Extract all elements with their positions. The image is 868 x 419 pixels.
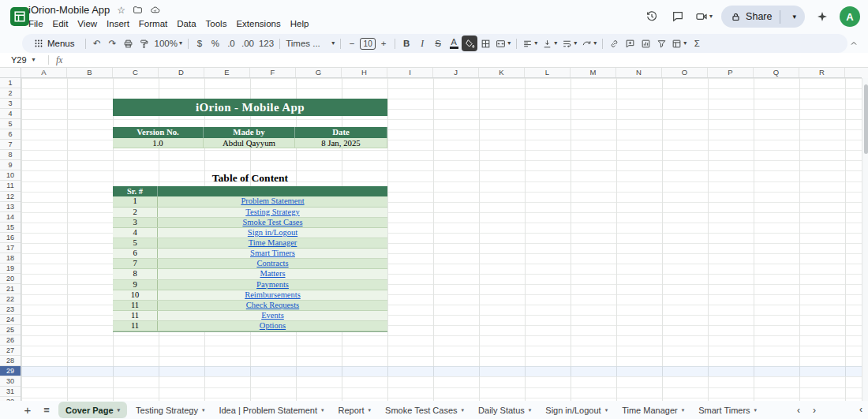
row-header-23[interactable]: 23: [0, 305, 21, 315]
row-header-7[interactable]: 7: [0, 140, 21, 150]
row-header-30[interactable]: 30: [0, 376, 21, 387]
column-header-g[interactable]: G: [296, 68, 342, 77]
add-sheet-button[interactable]: +: [19, 403, 36, 417]
sheet-cells[interactable]: iOrion - Mobile App Version No.Made byDa…: [21, 78, 862, 401]
share-button[interactable]: Share ▾: [721, 6, 805, 28]
text-rotation-button[interactable]: ▾: [579, 36, 599, 51]
sheet-tab-report[interactable]: Report▾: [331, 402, 379, 418]
row-header-27[interactable]: 27: [0, 346, 21, 356]
menu-insert[interactable]: Insert: [102, 18, 134, 29]
gemini-sparkle-icon[interactable]: [814, 8, 831, 25]
menu-format[interactable]: Format: [134, 18, 172, 29]
row-header-16[interactable]: 16: [0, 233, 21, 243]
column-header-r[interactable]: R: [799, 68, 845, 77]
menu-data[interactable]: Data: [172, 18, 200, 29]
column-header-b[interactable]: B: [67, 68, 113, 77]
insert-chart-button[interactable]: [638, 36, 653, 51]
column-header-l[interactable]: L: [525, 68, 571, 77]
tab-scroll-left-icon[interactable]: ‹: [797, 405, 800, 416]
cloud-saved-icon[interactable]: [150, 5, 160, 15]
decrease-decimal-button[interactable]: .0: [223, 36, 239, 51]
column-header-m[interactable]: M: [571, 68, 616, 77]
more-formats-button[interactable]: 123: [256, 36, 276, 51]
hide-menus-chevron[interactable]: [846, 36, 862, 51]
toc-link-events[interactable]: Events: [261, 311, 284, 320]
menu-file[interactable]: File: [24, 18, 48, 29]
row-header-1[interactable]: 1: [0, 78, 21, 88]
row-header-13[interactable]: 13: [0, 202, 21, 212]
undo-button[interactable]: ↶: [89, 36, 105, 51]
toc-link-options[interactable]: Options: [260, 321, 286, 330]
vertical-scrollbar-thumb[interactable]: [864, 84, 868, 154]
create-filter-button[interactable]: [653, 36, 669, 51]
merge-cells-button[interactable]: ▾: [493, 36, 513, 51]
row-header-17[interactable]: 17: [0, 243, 21, 253]
column-header-p[interactable]: P: [708, 68, 754, 77]
row-header-28[interactable]: 28: [0, 356, 21, 366]
row-header-3[interactable]: 3: [0, 99, 21, 109]
row-header-8[interactable]: 8: [0, 150, 21, 160]
toc-link-payments[interactable]: Payments: [256, 280, 289, 289]
sheet-tab-idea-problem-statement[interactable]: Idea | Problem Statement▾: [211, 402, 331, 418]
column-header-f[interactable]: F: [250, 68, 296, 77]
row-header-25[interactable]: 25: [0, 325, 21, 335]
format-currency-button[interactable]: $: [192, 36, 208, 51]
borders-button[interactable]: [477, 36, 493, 51]
toc-link-smart-timers[interactable]: Smart Timers: [250, 249, 295, 257]
row-header-4[interactable]: 4: [0, 109, 21, 119]
column-header-h[interactable]: H: [342, 68, 387, 77]
sheet-tab-time-manager[interactable]: Time Manager▾: [615, 402, 691, 418]
row-header-21[interactable]: 21: [0, 284, 21, 294]
menu-help[interactable]: Help: [286, 18, 314, 29]
select-all-corner[interactable]: [0, 68, 21, 78]
meet-button[interactable]: ▾: [695, 10, 713, 23]
print-button[interactable]: [121, 36, 137, 51]
row-header-14[interactable]: 14: [0, 212, 21, 223]
all-sheets-button[interactable]: ≡: [36, 404, 57, 416]
functions-button[interactable]: Σ: [689, 36, 705, 51]
move-folder-icon[interactable]: [133, 5, 143, 15]
sheet-tab-sign-in-logout[interactable]: Sign in/Logout▾: [538, 402, 615, 418]
row-header-29[interactable]: 29: [0, 366, 21, 376]
comment-history-icon[interactable]: [669, 8, 687, 25]
toc-link-contracts[interactable]: Contracts: [256, 259, 288, 267]
increase-font-size-button[interactable]: +: [376, 36, 391, 51]
document-title[interactable]: iOrion-Mobile App: [28, 4, 110, 16]
column-header-q[interactable]: Q: [754, 68, 799, 77]
menu-tools[interactable]: Tools: [201, 18, 232, 29]
row-header-18[interactable]: 18: [0, 253, 21, 264]
menu-edit[interactable]: Edit: [48, 18, 73, 29]
row-header-31[interactable]: 31: [0, 387, 21, 397]
vertical-scrollbar[interactable]: [862, 78, 868, 401]
sheet-tab-smart-timers[interactable]: Smart Timers▾: [691, 402, 764, 418]
increase-decimal-button[interactable]: .00: [239, 36, 256, 51]
text-color-button[interactable]: A: [446, 36, 462, 51]
text-wrap-button[interactable]: ▾: [559, 36, 579, 51]
menus-button[interactable]: Menus: [27, 35, 82, 52]
insert-link-button[interactable]: [606, 36, 622, 51]
column-header-o[interactable]: O: [662, 68, 708, 77]
column-header-c[interactable]: C: [113, 68, 159, 77]
row-header-19[interactable]: 19: [0, 264, 21, 274]
row-header-26[interactable]: 26: [0, 335, 21, 346]
toc-link-problem-statement[interactable]: Problem Statement: [241, 196, 304, 205]
toc-link-time-manager[interactable]: Time Manager: [249, 238, 297, 247]
formula-input[interactable]: fx: [56, 55, 62, 65]
table-views-button[interactable]: ▾: [669, 36, 689, 51]
column-header-i[interactable]: I: [387, 68, 433, 77]
row-header-6[interactable]: 6: [0, 129, 21, 140]
font-select[interactable]: Times ... ▾: [283, 36, 337, 51]
column-header-e[interactable]: E: [204, 68, 250, 77]
row-header-2[interactable]: 2: [0, 88, 21, 99]
italic-button[interactable]: I: [414, 36, 430, 51]
column-header-n[interactable]: N: [616, 68, 662, 77]
row-header-20[interactable]: 20: [0, 274, 21, 284]
row-header-11[interactable]: 11: [0, 181, 21, 191]
menu-extensions[interactable]: Extensions: [231, 18, 285, 29]
column-header-d[interactable]: D: [159, 68, 204, 77]
strikethrough-button[interactable]: S: [430, 36, 446, 51]
sheet-tab-testing-strategy[interactable]: Testing Strategy▾: [129, 402, 211, 418]
toc-link-reimbursements[interactable]: Reimbursements: [245, 290, 301, 299]
column-header-k[interactable]: K: [479, 68, 525, 77]
insert-comment-button[interactable]: [622, 36, 638, 51]
